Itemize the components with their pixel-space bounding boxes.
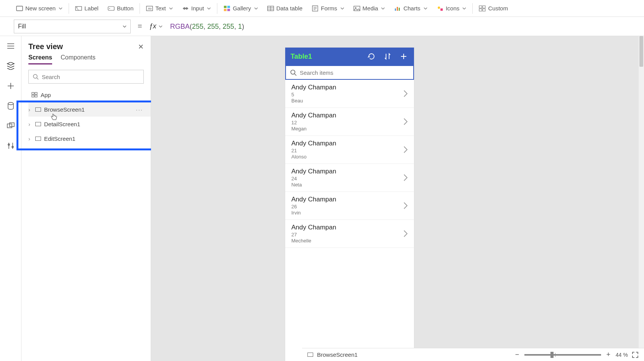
zoom-slider[interactable] (524, 354, 601, 356)
formula-arg-3: 1 (238, 23, 242, 30)
data-icon[interactable] (6, 101, 15, 110)
list-item[interactable]: Andy Champan 5 Beau (285, 80, 414, 108)
ribbon-text[interactable]: Ab Text (141, 0, 177, 16)
chevron-right-icon[interactable] (403, 90, 408, 97)
chevron-right-icon[interactable] (403, 174, 408, 181)
svg-rect-31 (32, 92, 34, 94)
list-item[interactable]: Andy Champan 12 Megan (285, 108, 414, 136)
svg-rect-22 (483, 6, 485, 8)
ribbon-datatable-label: Data table (276, 5, 302, 12)
tree-node-browsescreen1[interactable]: › BrowseScreen1 ··· (28, 102, 151, 117)
chevron-right-icon[interactable] (403, 230, 408, 237)
ribbon-gallery[interactable]: Gallery (219, 0, 263, 16)
tree-view-icon[interactable] (6, 61, 15, 71)
canvas-area[interactable]: Table1 Andy Champan 5 (151, 36, 644, 361)
item-subtitle2: Neta (291, 182, 336, 188)
close-icon[interactable]: ✕ (138, 43, 144, 51)
chevron-down-icon (340, 7, 344, 10)
chevron-right-icon[interactable]: › (28, 121, 32, 127)
chevron-right-icon[interactable] (403, 118, 408, 125)
svg-rect-21 (479, 6, 482, 8)
tree-list: App › BrowseScreen1 ··· › DetailScreen1 … (21, 87, 151, 146)
app-preview: Table1 Andy Champan 5 (285, 48, 414, 361)
sort-icon[interactable] (383, 51, 393, 61)
app-title: Table1 (291, 53, 360, 61)
chevron-right-icon[interactable]: › (28, 135, 32, 142)
chevron-right-icon[interactable] (403, 146, 408, 153)
tree-node-app[interactable]: App (28, 87, 151, 102)
tree-node-detailscreen1[interactable]: › DetailScreen1 (28, 117, 151, 131)
status-bar: BrowseScreen1 − + 44 % (302, 348, 644, 361)
ribbon-forms[interactable]: Forms (307, 0, 349, 16)
ribbon-new-screen[interactable]: New screen (12, 0, 67, 16)
app-icon (31, 92, 38, 97)
svg-rect-24 (483, 9, 485, 11)
separator (217, 3, 217, 14)
svg-rect-18 (399, 8, 400, 11)
item-title: Andy Champan (291, 196, 336, 203)
ribbon-media[interactable]: Media (349, 0, 390, 16)
list-item[interactable]: Andy Champan 26 Irvin (285, 192, 414, 220)
chevron-down-icon (424, 7, 427, 10)
formula-input[interactable]: RGBA(255, 255, 255, 1) (166, 21, 644, 32)
fit-to-window-icon[interactable] (632, 351, 639, 358)
ribbon-label-text: Label (84, 5, 99, 12)
property-selector[interactable]: Fill (14, 20, 131, 33)
ribbon-data-table[interactable]: Data table (263, 0, 307, 16)
zoom-out-button[interactable]: − (514, 351, 521, 359)
ribbon-label[interactable]: Label (71, 0, 103, 16)
refresh-icon[interactable] (366, 51, 376, 61)
list-item[interactable]: Andy Champan 21 Alonso (285, 136, 414, 164)
item-subtitle1: 26 (291, 204, 336, 209)
formula-arg-0: 255 (192, 23, 204, 30)
list-item[interactable]: Andy Champan 24 Neta (285, 164, 414, 192)
svg-point-30 (33, 74, 37, 78)
item-subtitle2: Megan (291, 126, 336, 132)
svg-rect-0 (16, 6, 23, 11)
tab-components[interactable]: Components (61, 54, 95, 64)
svg-rect-32 (35, 92, 37, 94)
app-search-bar[interactable] (285, 65, 414, 80)
formula-arg-2: 255 (223, 23, 234, 30)
ribbon-input-label: Input (191, 5, 204, 12)
item-subtitle1: 5 (291, 92, 336, 97)
status-selected-name: BrowseScreen1 (317, 351, 510, 358)
app-search-input[interactable] (300, 69, 409, 76)
ribbon-icons-label: Icons (446, 5, 460, 12)
ribbon-icons[interactable]: Icons (432, 0, 471, 16)
add-icon[interactable] (399, 51, 409, 61)
more-options-icon[interactable]: ··· (136, 106, 143, 113)
advanced-tools-icon[interactable] (6, 141, 15, 150)
svg-point-15 (355, 7, 356, 8)
tree-search-input[interactable] (42, 74, 140, 80)
chevron-right-icon[interactable]: › (28, 106, 32, 113)
zoom-in-button[interactable]: + (605, 351, 612, 359)
list-item[interactable]: Andy Champan 27 Mechelle (285, 220, 414, 248)
media-rail-icon[interactable] (6, 121, 15, 130)
ribbon-custom[interactable]: Custom (474, 0, 513, 16)
tree-search[interactable] (28, 70, 144, 84)
ribbon-input[interactable]: Input (177, 0, 215, 16)
tab-screens[interactable]: Screens (28, 54, 52, 64)
tree-view-title: Tree view (28, 42, 63, 51)
hamburger-icon[interactable] (6, 41, 15, 51)
ribbon-button[interactable]: Button (103, 0, 138, 16)
item-subtitle1: 24 (291, 176, 336, 181)
item-subtitle2: Beau (291, 98, 336, 104)
insert-icon[interactable] (6, 81, 15, 91)
svg-point-19 (438, 7, 440, 9)
fx-button[interactable]: ƒx (149, 22, 163, 30)
item-subtitle1: 27 (291, 232, 336, 237)
chevron-down-icon (159, 25, 163, 28)
item-subtitle2: Irvin (291, 210, 336, 216)
chevron-down-icon (254, 7, 258, 10)
vertical-scrollbar[interactable] (639, 36, 644, 361)
tree-node-editscreen1[interactable]: › EditScreen1 (28, 131, 151, 146)
search-icon (290, 69, 297, 76)
chevron-right-icon[interactable] (403, 202, 408, 209)
forms-icon (312, 5, 319, 12)
screen-icon (35, 107, 41, 112)
ribbon-charts[interactable]: Charts (389, 0, 432, 16)
separator (472, 3, 473, 14)
chevron-down-icon (462, 7, 466, 10)
